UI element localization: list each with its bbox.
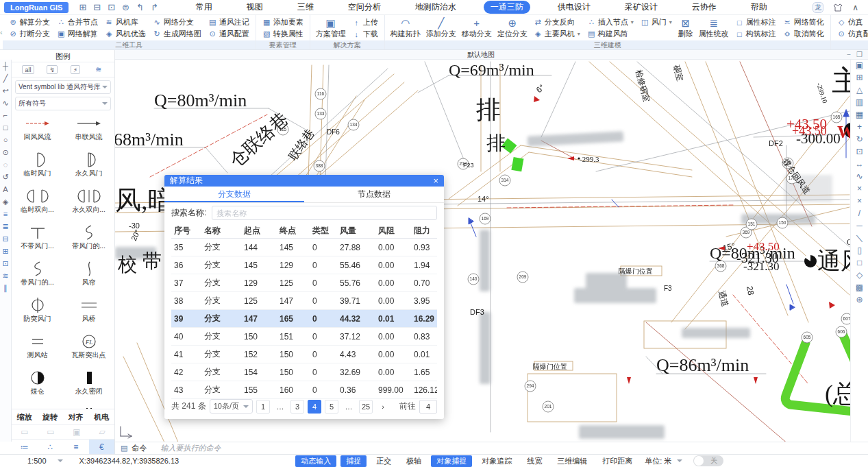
- duplicate-icon[interactable]: ⊡: [856, 147, 863, 156]
- next-page-button[interactable]: ›: [376, 400, 390, 414]
- legend-action-button[interactable]: 对齐: [63, 409, 89, 424]
- cut-icon[interactable]: ×: [857, 184, 862, 193]
- table-row[interactable]: 36分支145129055.460.001.94: [171, 256, 437, 274]
- legend-item[interactable]: 风桥: [63, 296, 114, 331]
- minimize-map-icon[interactable]: −: [847, 51, 851, 58]
- status-toggle-button[interactable]: 对象捕捉: [431, 455, 472, 467]
- grid-icon[interactable]: ▦: [856, 110, 863, 119]
- ribbon-button[interactable]: ≍网络简化: [781, 16, 826, 28]
- ribbon-button[interactable]: ⇄分支反向: [532, 16, 582, 28]
- tool-circle[interactable]: ○: [3, 136, 8, 144]
- legend-item[interactable]: 永久双向...: [63, 187, 114, 222]
- status-toggle-button[interactable]: 捕捉: [340, 455, 367, 467]
- legend-action-button[interactable]: 旋转: [38, 409, 64, 424]
- filter-used-icon[interactable]: ↯: [47, 65, 58, 74]
- tool-rect[interactable]: □: [3, 124, 8, 132]
- split-icon[interactable]: ×: [857, 197, 862, 206]
- ribbon-button[interactable]: ⊙仿真配置: [835, 28, 868, 40]
- menu-item[interactable]: 地测防治水: [408, 1, 463, 14]
- legend-item[interactable]: 带风门的...: [63, 224, 114, 259]
- status-toggle-button[interactable]: 动态输入: [295, 455, 336, 467]
- status-toggle-button[interactable]: 线宽: [521, 455, 547, 467]
- legend-item[interactable]: 永久风门: [63, 151, 114, 186]
- tool-ellipse[interactable]: ◌: [3, 161, 8, 169]
- panel-tab-cost[interactable]: €: [89, 440, 115, 454]
- align-left[interactable]: ≡: [3, 211, 8, 218]
- panel-tab-layers[interactable]: ≔: [12, 440, 38, 454]
- menu-item[interactable]: 帮助: [744, 1, 774, 14]
- tool-spline[interactable]: ∿: [2, 99, 8, 107]
- ribbon-button[interactable]: ◇仿真: [835, 16, 868, 28]
- tool-donut[interactable]: ⊙: [2, 149, 8, 156]
- ribbon-button[interactable]: ≋风机库: [103, 16, 148, 28]
- ribbon-button[interactable]: ⊕定位分支: [495, 16, 530, 40]
- collapse-ribbon-icon[interactable]: ∧: [852, 3, 858, 12]
- table-row[interactable]: 41分支15215004.430.000.01: [171, 346, 437, 363]
- ribbon-button[interactable]: ↻生成网络图: [151, 28, 203, 40]
- ribbon-button[interactable]: ╱添加分支: [423, 16, 459, 40]
- tool-line[interactable]: ╱: [3, 75, 8, 82]
- ribbon-button[interactable]: ◫风门▾: [638, 16, 674, 28]
- legend-item[interactable]: 不带风门...: [12, 224, 63, 259]
- extend-icon[interactable]: ＼: [856, 234, 864, 243]
- table-row[interactable]: 40分支150151037.120.000.83: [171, 328, 437, 346]
- layers-icon[interactable]: ≋: [93, 65, 103, 74]
- legend-item[interactable]: 永久密闭: [63, 369, 114, 404]
- unit-select[interactable]: 单位: 米: [645, 456, 682, 466]
- calc-result-dialog[interactable]: 解算结果 × 分支数据 节点数据 搜索名称: 序号名称起点终点类型风量风阻阻力3…: [164, 175, 444, 419]
- spring-icon[interactable]: ∿: [856, 172, 863, 181]
- symbol-category-select[interactable]: 所有符号: [15, 97, 111, 110]
- ribbon-button[interactable]: ⊚解算分支: [7, 16, 52, 28]
- print-icon[interactable]: ⊜: [122, 2, 129, 12]
- ribbon-button[interactable]: +移动分支: [459, 16, 495, 40]
- ribbon-button[interactable]: ≎取消简化: [781, 28, 826, 40]
- menu-item[interactable]: 视图: [240, 1, 270, 14]
- menu-item[interactable]: 云协作: [685, 1, 723, 14]
- ribbon-button[interactable]: ◠构建拓扑: [388, 16, 423, 40]
- legend-action-button[interactable]: 机电: [89, 409, 115, 424]
- save-icon[interactable]: ⊡: [108, 2, 115, 12]
- ribbon-button[interactable]: ↓下载: [350, 28, 380, 40]
- ribbon-button[interactable]: ≣属性统改: [696, 16, 732, 40]
- align-center[interactable]: ≣: [2, 223, 8, 230]
- open-file-icon[interactable]: ⊟: [93, 2, 101, 12]
- tool-arc[interactable]: ↩: [2, 87, 8, 95]
- search-input[interactable]: [212, 206, 437, 220]
- new-file-icon[interactable]: ⊞: [79, 2, 86, 12]
- tab-branch-data[interactable]: 分支数据: [164, 187, 304, 202]
- trim-icon[interactable]: ─: [856, 221, 863, 230]
- redo-icon[interactable]: ↱: [151, 2, 158, 12]
- mesh-icon[interactable]: ▩: [856, 283, 863, 292]
- cube-icon[interactable]: ◇: [856, 271, 863, 280]
- user-badge[interactable]: 龙: [813, 2, 823, 13]
- status-toggle-button[interactable]: 三维编辑: [551, 455, 593, 467]
- page-button[interactable]: 5: [325, 400, 338, 414]
- align-wave[interactable]: ≋: [2, 272, 8, 280]
- ribbon-button[interactable]: ⊠删除: [675, 16, 696, 40]
- legend-item[interactable]: 防突风门: [12, 296, 63, 331]
- menu-item[interactable]: 空间分析: [341, 1, 388, 14]
- map-tab-default[interactable]: 默认地图: [115, 50, 847, 60]
- legend-item[interactable]: 风帘: [63, 260, 114, 295]
- legend-item[interactable]: 煤仓: [12, 369, 63, 404]
- move-icon[interactable]: +: [857, 123, 862, 132]
- menu-item[interactable]: 三维: [290, 1, 321, 14]
- align-vertical[interactable]: ∥: [3, 285, 8, 292]
- filter-active-icon[interactable]: ⚡: [71, 65, 80, 74]
- status-toggle-button[interactable]: 极轴: [401, 455, 427, 467]
- distribute-horizontal[interactable]: ⊟: [2, 235, 8, 243]
- ribbon-button[interactable]: ⊘打断分支: [7, 28, 52, 40]
- legend-item[interactable]: 临时双向...: [12, 187, 63, 222]
- ribbon-button[interactable]: □属性标注: [733, 16, 778, 28]
- page-button[interactable]: 1: [256, 400, 270, 414]
- toggle-switch-off[interactable]: 关: [693, 455, 723, 466]
- panel-tab-network[interactable]: ∴: [38, 440, 64, 454]
- panel-tab-list[interactable]: ≡: [63, 440, 89, 454]
- status-toggle-button[interactable]: 正交: [371, 455, 397, 467]
- ribbon-button[interactable]: ∴插入节点▾: [585, 16, 636, 28]
- ribbon-button[interactable]: ▦添加要素: [260, 16, 306, 28]
- copy-icon[interactable]: ▥: [856, 98, 863, 107]
- group-icon[interactable]: ⊛: [856, 296, 863, 304]
- align-grid[interactable]: ⊡: [2, 260, 8, 267]
- offset-icon[interactable]: ↔: [856, 160, 864, 169]
